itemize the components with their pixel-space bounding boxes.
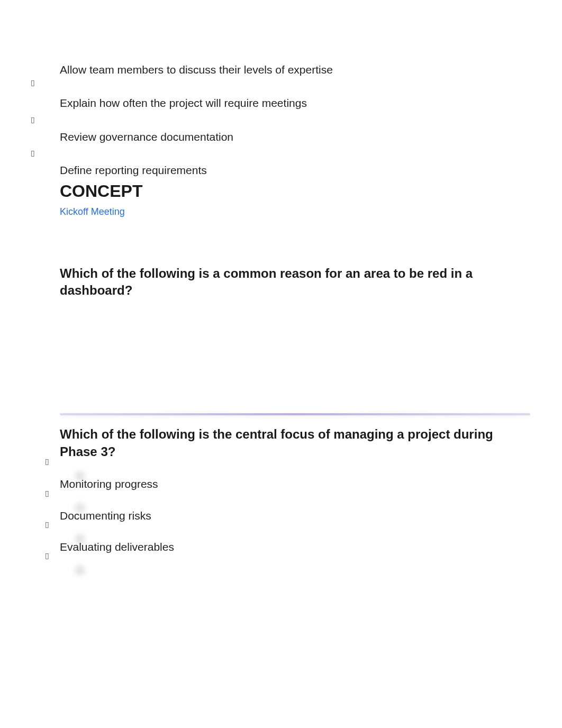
option-text: Evaluating deliverables — [60, 539, 530, 554]
bullet-icon: ▯ — [45, 457, 49, 466]
spacer — [45, 307, 530, 413]
bullet-icon: ▯ — [31, 149, 35, 157]
option-text: Review governance documentation — [45, 129, 530, 144]
option-text: Monitoring progress — [60, 476, 530, 492]
q3-option-1: ▯ Monitoring progress — [45, 476, 530, 492]
q3-option-3: ▯ Evaluating deliverables — [45, 539, 530, 554]
bullet-icon: ▯ — [45, 520, 49, 529]
q1-options: Allow team members to discuss their leve… — [45, 62, 530, 178]
option-text: Allow team members to discuss their leve… — [45, 62, 530, 77]
q1-option-4: Define reporting requirements — [45, 162, 530, 178]
document-content: Allow team members to discuss their leve… — [0, 0, 562, 554]
q1-option-3: Review governance documentation ▯ — [45, 129, 530, 144]
blur-dot — [75, 503, 85, 513]
blur-dot — [75, 471, 85, 481]
bullet-icon: ▯ — [45, 551, 49, 560]
concept-link[interactable]: Kickoff Meeting — [45, 206, 530, 217]
blur-dot — [75, 534, 85, 544]
bullet-icon: ▯ — [31, 78, 35, 87]
option-text: Documenting risks — [60, 508, 530, 523]
option-text: Define reporting requirements — [45, 162, 530, 178]
bullet-icon: ▯ — [31, 115, 35, 124]
q3-options: ▯ Monitoring progress ▯ Documenting risk… — [45, 476, 530, 554]
section-divider — [60, 413, 530, 415]
option-text: Explain how often the project will requi… — [45, 95, 530, 111]
q1-option-2: Explain how often the project will requi… — [45, 95, 530, 111]
q3-option-2: ▯ Documenting risks — [45, 508, 530, 523]
bullet-icon: ▯ — [45, 489, 49, 497]
blur-dot — [75, 565, 85, 576]
q2-text: Which of the following is a common reaso… — [45, 265, 530, 299]
q1-option-1: Allow team members to discuss their leve… — [45, 62, 530, 77]
concept-heading: CONCEPT — [45, 181, 530, 201]
q3-text: Which of the following is the central fo… — [45, 426, 530, 460]
